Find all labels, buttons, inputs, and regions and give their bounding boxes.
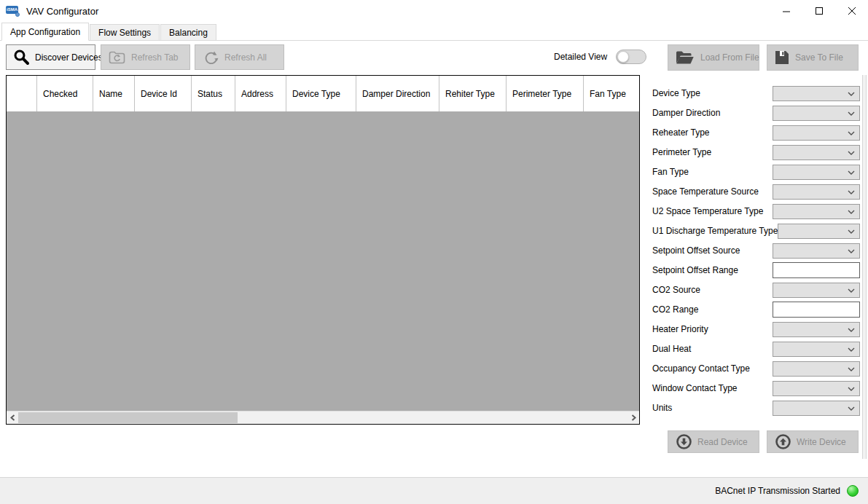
field-row-dual-heat: Dual Heat — [647, 341, 860, 357]
field-label-damper-direction: Damper Direction — [647, 108, 773, 118]
chevron-down-icon — [848, 387, 855, 391]
window-contact-type-select[interactable] — [773, 381, 860, 396]
perimeter-type-select[interactable] — [773, 145, 860, 160]
refresh-tab-button[interactable]: Refresh Tab — [101, 44, 190, 70]
grid-row-header-corner[interactable] — [7, 76, 37, 111]
field-row-units: Units — [647, 400, 860, 416]
upload-circle-icon — [775, 433, 791, 450]
column-header-fan-type[interactable]: Fan Type — [584, 76, 639, 111]
scroll-left-button[interactable] — [7, 412, 18, 424]
field-label-units: Units — [647, 403, 773, 413]
tab-app-configuration[interactable]: App Configuration — [1, 23, 89, 41]
field-row-space-temperature-source: Space Temperature Source — [647, 184, 860, 200]
column-header-status[interactable]: Status — [192, 76, 235, 111]
field-label-reheater-type: Reheater Type — [647, 127, 773, 138]
chevron-down-icon — [848, 367, 855, 371]
minimize-button[interactable] — [770, 0, 802, 22]
save-to-file-button[interactable]: Save To File — [767, 44, 859, 71]
space-temperature-source-select[interactable] — [773, 184, 860, 200]
window-title: VAV Configurator — [26, 6, 98, 17]
grid-header: CheckedNameDevice IdStatusAddressDevice … — [7, 76, 639, 111]
detailed-view-toggle[interactable] — [616, 50, 646, 64]
heater-priority-select[interactable] — [773, 322, 860, 337]
units-select[interactable] — [773, 401, 860, 416]
column-header-checked[interactable]: Checked — [37, 76, 93, 111]
setpoint-offset-source-select[interactable] — [773, 243, 860, 259]
write-device-button[interactable]: Write Device — [767, 430, 859, 453]
column-header-perimeter-type[interactable]: Perimeter Type — [507, 76, 584, 111]
app-window: iSMA VAV Configurator App ConfigurationF… — [0, 0, 868, 504]
connection-status-icon — [847, 485, 859, 497]
u1-discharge-temperature-type-select[interactable] — [778, 224, 860, 239]
column-header-device-type[interactable]: Device Type — [286, 76, 356, 111]
field-label-co2-source: CO2 Source — [647, 285, 773, 295]
field-row-perimeter-type: Perimeter Type — [647, 144, 860, 160]
setpoint-offset-range-input[interactable] — [773, 262, 860, 278]
field-label-dual-heat: Dual Heat — [647, 344, 773, 354]
tab-balancing[interactable]: Balancing — [160, 24, 216, 40]
chevron-down-icon — [848, 131, 855, 135]
field-row-u2-space-temperature-type: U2 Space Temperature Type — [647, 203, 860, 219]
field-label-device-type: Device Type — [647, 88, 773, 98]
field-row-heater-priority: Heater Priority — [647, 321, 860, 337]
column-header-device-id[interactable]: Device Id — [135, 76, 192, 111]
scrollbar-thumb[interactable] — [18, 412, 238, 423]
field-row-fan-type: Fan Type — [647, 164, 860, 180]
occupancy-contact-type-select[interactable] — [773, 361, 860, 377]
field-label-perimeter-type: Perimeter Type — [647, 147, 773, 157]
refresh-tab-icon — [108, 50, 126, 65]
co2-source-select[interactable] — [773, 283, 860, 298]
u2-space-temperature-type-select[interactable] — [773, 204, 860, 219]
device-type-select[interactable] — [773, 86, 860, 101]
dual-heat-select[interactable] — [773, 342, 860, 357]
title-bar: iSMA VAV Configurator — [0, 0, 868, 22]
download-circle-icon — [676, 433, 692, 450]
load-from-file-button[interactable]: Load From File — [668, 44, 759, 71]
tab-flow-settings[interactable]: Flow Settings — [90, 24, 160, 40]
toggle-knob-icon — [617, 51, 629, 63]
discover-devices-button[interactable]: Discover Devices — [6, 44, 95, 70]
refresh-all-button[interactable]: Refresh All — [195, 44, 284, 70]
fan-type-select[interactable] — [773, 165, 860, 180]
horizontal-scrollbar[interactable] — [7, 411, 639, 424]
grid-body[interactable] — [7, 111, 639, 411]
field-row-device-type: Device Type — [647, 85, 860, 101]
field-label-u1-discharge-temperature-type: U1 Discharge Temperature Type — [647, 226, 778, 236]
search-icon — [13, 49, 30, 66]
discover-devices-label: Discover Devices — [35, 52, 103, 63]
detailed-view-group: Detailed View — [554, 49, 646, 65]
field-row-co2-range: CO2 Range — [647, 302, 860, 318]
close-button[interactable] — [835, 0, 868, 22]
chevron-down-icon — [848, 347, 855, 352]
column-header-rehiter-type[interactable]: Rehiter Type — [439, 76, 507, 111]
field-label-window-contact-type: Window Contact Type — [647, 383, 773, 393]
column-header-damper-direction[interactable]: Damper Direction — [356, 76, 439, 111]
column-header-address[interactable]: Address — [235, 76, 286, 111]
write-device-label: Write Device — [797, 437, 846, 447]
maximize-button[interactable] — [802, 0, 835, 22]
column-header-name[interactable]: Name — [93, 76, 135, 111]
chevron-down-icon — [848, 151, 855, 155]
field-label-fan-type: Fan Type — [647, 167, 773, 177]
scroll-right-button[interactable] — [627, 412, 639, 424]
chevron-down-icon — [848, 111, 855, 116]
field-label-u2-space-temperature-type: U2 Space Temperature Type — [647, 206, 773, 216]
tab-bar: App ConfigurationFlow SettingsBalancing — [0, 22, 868, 41]
field-row-window-contact-type: Window Contact Type — [647, 380, 860, 396]
reheater-type-select[interactable] — [773, 125, 860, 141]
status-text: BACnet IP Transmission Started — [715, 486, 840, 496]
detailed-view-label: Detailed View — [554, 52, 607, 62]
field-row-setpoint-offset-source: Setpoint Offset Source — [647, 243, 860, 259]
chevron-down-icon — [848, 249, 855, 253]
damper-direction-select[interactable] — [773, 106, 860, 121]
window-controls — [770, 0, 868, 22]
co2-range-input[interactable] — [773, 302, 860, 318]
close-icon — [848, 7, 856, 15]
read-device-button[interactable]: Read Device — [668, 430, 759, 453]
field-label-heater-priority: Heater Priority — [647, 324, 773, 334]
panel-scrollbar[interactable] — [862, 75, 867, 459]
field-label-space-temperature-source: Space Temperature Source — [647, 186, 773, 197]
refresh-all-label: Refresh All — [224, 52, 267, 63]
settings-panel: Device TypeDamper DirectionReheater Type… — [647, 85, 860, 420]
refresh-all-icon — [202, 49, 219, 66]
